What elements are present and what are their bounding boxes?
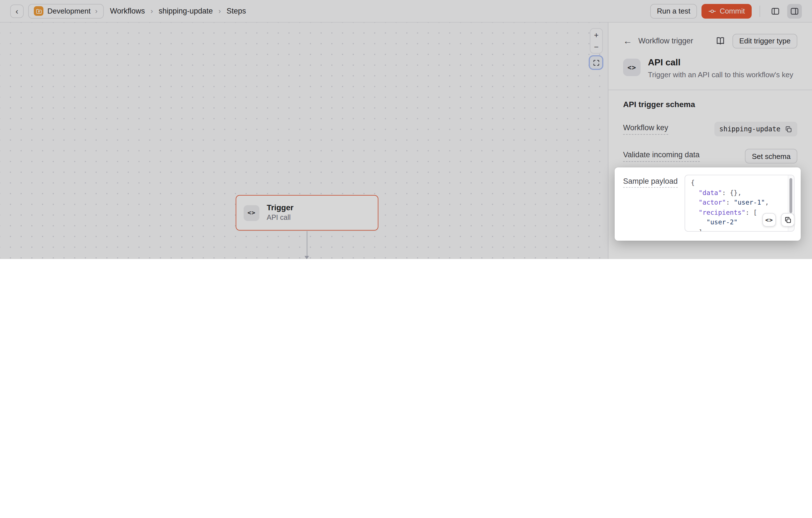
expand-code-editor-button[interactable]: <> (762, 213, 776, 226)
copy-icon (784, 216, 791, 223)
sample-payload-highlight: Sample payload { "data": {}, "actor": "u… (615, 167, 801, 241)
sample-payload-label: Sample payload (623, 177, 678, 188)
copy-payload-button[interactable] (781, 213, 794, 226)
sample-payload-editor[interactable]: { "data": {}, "actor": "user-1", "recipi… (685, 175, 794, 232)
scrollbar-thumb[interactable] (789, 178, 792, 213)
app-window: ‹ Development › Workflows › shipping-upd… (0, 0, 812, 259)
code-editor-content: { "data": {}, "actor": "user-1", "recipi… (685, 175, 794, 232)
